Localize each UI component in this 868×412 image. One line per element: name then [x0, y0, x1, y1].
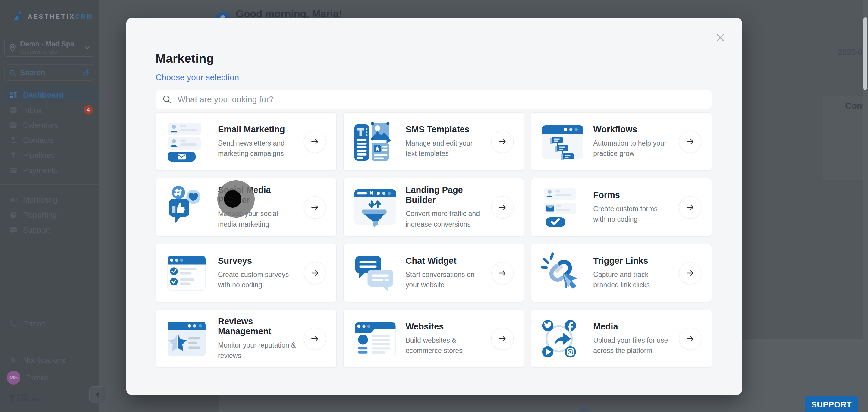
- reviews-icon: [165, 316, 210, 362]
- sidebar-item-marketing[interactable]: Marketing: [2, 192, 97, 208]
- arrow-right-button[interactable]: [304, 196, 326, 219]
- marketing-card[interactable]: Social Media Planner Manage your social …: [156, 178, 337, 236]
- modal-subtitle: Choose your selection: [156, 73, 239, 82]
- marketing-card[interactable]: Forms Create custom forms with no coding: [531, 178, 712, 236]
- card-description: Build websites & ecommerce stores: [406, 335, 484, 356]
- sidebar-item-payments[interactable]: Payments: [2, 163, 97, 178]
- bell-icon: [9, 356, 18, 365]
- marketing-card[interactable]: Media Upload your files for use across t…: [531, 310, 712, 368]
- arrow-right-button[interactable]: [491, 130, 514, 153]
- sidebar-search[interactable]: Search: [4, 64, 95, 81]
- chevron-left-icon: [94, 391, 101, 399]
- inbox-icon: [9, 106, 18, 114]
- card-title: Chat Widget: [406, 256, 484, 266]
- marketing-card[interactable]: Landing Page Builder Convert more traffi…: [343, 178, 524, 236]
- marketing-card[interactable]: Trigger Links Capture and track branded …: [531, 244, 712, 302]
- marketing-card[interactable]: Workflows Automation to help your practi…: [531, 113, 712, 170]
- card-description: Send newsletters and marketing campaigns: [218, 138, 296, 159]
- arrow-right-button[interactable]: [679, 327, 701, 350]
- arrow-right-button[interactable]: [679, 262, 701, 284]
- phone-icon: [9, 319, 18, 328]
- card-description: Monitor your reputation & reviews: [218, 340, 296, 361]
- dashboard-grid-icon: [9, 91, 18, 99]
- brand-name-suffix: CRM: [75, 13, 93, 20]
- modal-search: [156, 90, 712, 109]
- card-description: Convert more traffic and increase conver…: [406, 209, 484, 229]
- contacts-count-card: Contacts Count 1: [823, 96, 868, 180]
- arrow-right-button[interactable]: [304, 130, 326, 153]
- card-title: SMS Templates: [406, 124, 484, 134]
- close-button[interactable]: [714, 32, 726, 44]
- sidebar-nav-secondary: Marketing Reporting Support: [2, 192, 97, 237]
- media-icon: [540, 316, 585, 362]
- landing-page-icon: [352, 185, 398, 230]
- sidebar-item-notifications[interactable]: Notifications: [2, 353, 97, 368]
- marketing-card[interactable]: Surveys Create custom surveys with no co…: [156, 244, 337, 302]
- arrow-right-button[interactable]: [679, 130, 701, 153]
- card-description: Manage and edit your text templates: [406, 138, 484, 159]
- card-description: Capture and track branded link clicks: [593, 270, 671, 290]
- arrow-right-button[interactable]: [491, 196, 514, 219]
- marketing-card[interactable]: Chat Widget Start conversations on your …: [343, 244, 524, 302]
- surveys-icon: [165, 250, 210, 296]
- sidebar-item-profile[interactable]: MS Profile: [2, 368, 97, 388]
- scrollbar-thumb[interactable]: [864, 18, 867, 90]
- marketing-card[interactable]: SMS Templates Manage and edit your text …: [343, 113, 524, 170]
- quick-actions-bolt-icon[interactable]: [82, 68, 91, 77]
- sidebar-item-label: Dashboard: [23, 90, 64, 100]
- marketing-grid: Email Marketing Send newsletters and mar…: [156, 113, 712, 368]
- search-icon: [162, 95, 172, 104]
- card-description: Create custom forms with no coding: [593, 204, 671, 225]
- brand-logo-icon: [12, 10, 25, 23]
- sidebar-item-inbox[interactable]: Inbox 4: [2, 102, 97, 118]
- card-title: Email Marketing: [218, 124, 296, 134]
- caduceus-icon: [8, 392, 16, 403]
- workflows-icon: [540, 119, 585, 164]
- brand-name-primary: AESTHETIX: [28, 13, 75, 20]
- forms-icon: [540, 185, 585, 230]
- marketing-card[interactable]: Email Marketing Send newsletters and mar…: [156, 113, 337, 170]
- card-title: Media: [593, 322, 671, 331]
- sidebar-collapse-button[interactable]: [89, 386, 106, 403]
- app-root: AESTHETIXCRM Demo - Med Spa Greenville, …: [0, 0, 868, 412]
- arrow-right-button[interactable]: [304, 262, 326, 284]
- modal-search-input[interactable]: [156, 90, 712, 109]
- arrow-right-button[interactable]: [491, 262, 514, 284]
- sidebar-item-label: Support: [23, 225, 50, 235]
- location-name: Demo - Med Spa: [20, 40, 74, 49]
- arrow-right-button[interactable]: [491, 327, 514, 350]
- chevron-down-icon: [84, 44, 91, 52]
- arrow-right-button[interactable]: [679, 196, 701, 219]
- trigger-links-icon: [540, 250, 585, 296]
- card-description: Automation to help your practice grow: [593, 138, 671, 159]
- sidebar-item-calendars[interactable]: Calendars: [2, 118, 97, 133]
- sidebar-item-contacts[interactable]: Contacts: [2, 133, 97, 148]
- sidebar-item-label: Reporting: [23, 210, 57, 220]
- sidebar-divider: [0, 85, 99, 85]
- card-title: Reviews Management: [218, 316, 296, 336]
- sidebar-nav-bottom: Notifications MS Profile: [2, 353, 97, 388]
- modal-title: Marketing: [156, 52, 214, 66]
- email-marketing-icon: [165, 119, 210, 164]
- location-selector[interactable]: Demo - Med Spa Greenville, SC: [4, 39, 95, 57]
- calendar-icon: [9, 121, 18, 129]
- contacts-count-value: 1: [823, 125, 868, 161]
- sidebar-item-phone[interactable]: Phone: [2, 316, 97, 331]
- sidebar-item-support[interactable]: Support: [2, 222, 97, 237]
- support-button[interactable]: SUPPORT: [805, 396, 858, 412]
- pipelines-funnel-icon: [9, 151, 18, 159]
- sidebar: AESTHETIXCRM Demo - Med Spa Greenville, …: [0, 0, 99, 412]
- support-chat-icon: [9, 226, 18, 234]
- chat-widget-icon: [352, 250, 398, 296]
- profile-avatar: MS: [7, 371, 21, 385]
- marketing-card[interactable]: Reviews Management Monitor your reputati…: [156, 310, 337, 368]
- card-description: Start conversations on your website: [406, 270, 484, 290]
- scrollbar-track[interactable]: [863, 0, 868, 412]
- sidebar-item-dashboard[interactable]: Dashboard: [2, 87, 97, 102]
- sidebar-item-pipelines[interactable]: Pipelines: [2, 148, 97, 163]
- marketing-card[interactable]: Websites Build websites & ecommerce stor…: [343, 310, 524, 368]
- arrow-right-button[interactable]: [304, 327, 326, 350]
- sidebar-item-reporting[interactable]: Reporting: [2, 208, 97, 222]
- sms-templates-icon: [352, 119, 398, 164]
- sidebar-item-label: Notifications: [23, 356, 66, 365]
